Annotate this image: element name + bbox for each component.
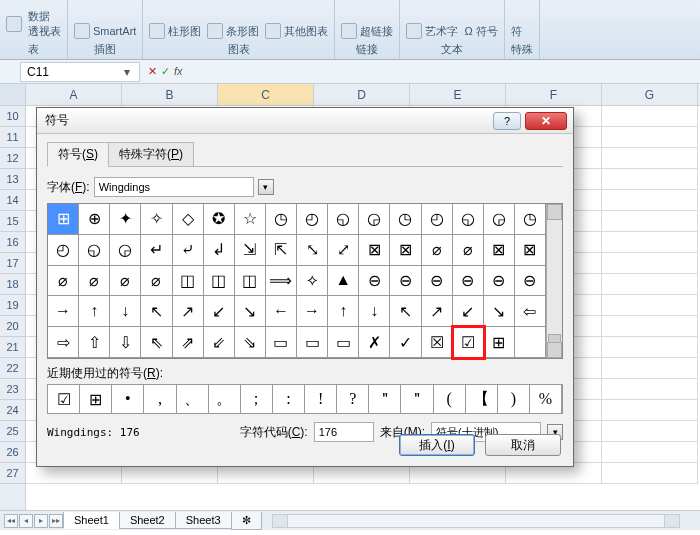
char-cell[interactable]: ↗ xyxy=(173,296,204,327)
char-cell[interactable]: ◵ xyxy=(453,204,484,235)
char-cell[interactable]: ⇘ xyxy=(235,327,266,358)
char-cell[interactable]: ⌀ xyxy=(141,266,172,297)
col-header[interactable]: D xyxy=(314,84,410,105)
cell[interactable] xyxy=(602,421,698,442)
row-header[interactable]: 24 xyxy=(0,400,25,421)
char-cell[interactable]: ⇨ xyxy=(48,327,79,358)
char-cell[interactable] xyxy=(515,327,546,358)
char-cell[interactable]: ◶ xyxy=(359,204,390,235)
char-cell[interactable]: ⤶ xyxy=(173,235,204,266)
char-cell[interactable]: ⊖ xyxy=(390,266,421,297)
char-cell[interactable]: ⇩ xyxy=(110,327,141,358)
row-header[interactable]: 17 xyxy=(0,253,25,274)
tab-special-chars[interactable]: 特殊字符(P) xyxy=(108,142,194,167)
chevron-down-icon[interactable]: ▾ xyxy=(121,65,133,79)
char-cell[interactable]: ⊖ xyxy=(515,266,546,297)
char-cell[interactable]: ⊞ xyxy=(48,204,79,235)
row-header[interactable]: 25 xyxy=(0,421,25,442)
bar-chart-button[interactable]: 条形图 xyxy=(207,23,259,39)
char-cell[interactable]: ◷ xyxy=(515,204,546,235)
scroll-thumb[interactable] xyxy=(548,334,561,344)
cell[interactable] xyxy=(602,253,698,274)
next-tab-button[interactable]: ▸ xyxy=(34,514,48,528)
sheet-tab-1[interactable]: Sheet1 xyxy=(63,512,120,529)
char-cell[interactable]: ↖ xyxy=(390,296,421,327)
char-cell[interactable]: ⊖ xyxy=(359,266,390,297)
recent-char[interactable]: 、 xyxy=(177,385,209,413)
cell[interactable] xyxy=(602,442,698,463)
row-header[interactable]: 14 xyxy=(0,190,25,211)
char-cell[interactable]: ✪ xyxy=(204,204,235,235)
char-cell[interactable]: ⊠ xyxy=(359,235,390,266)
row-header[interactable]: 15 xyxy=(0,211,25,232)
row-header[interactable]: 19 xyxy=(0,295,25,316)
cell[interactable] xyxy=(602,337,698,358)
char-cell[interactable]: ↑ xyxy=(79,296,110,327)
char-cell[interactable]: ◴ xyxy=(297,204,328,235)
char-cell[interactable]: ✦ xyxy=(110,204,141,235)
char-cell[interactable]: ⊖ xyxy=(422,266,453,297)
row-header[interactable]: 16 xyxy=(0,232,25,253)
help-button[interactable]: ? xyxy=(493,112,521,130)
char-cell[interactable]: ↑ xyxy=(328,296,359,327)
char-cell[interactable]: ← xyxy=(266,296,297,327)
char-cell[interactable]: ◫ xyxy=(204,266,235,297)
recent-char[interactable]: ( xyxy=(434,385,466,413)
font-dropdown-button[interactable]: ▾ xyxy=(258,179,274,195)
recent-char[interactable]: : xyxy=(273,385,305,413)
char-cell[interactable]: ◴ xyxy=(422,204,453,235)
recent-char[interactable]: ) xyxy=(498,385,530,413)
char-cell[interactable]: ↲ xyxy=(204,235,235,266)
char-cell[interactable]: ◷ xyxy=(390,204,421,235)
char-cell[interactable]: ↓ xyxy=(110,296,141,327)
row-header[interactable]: 20 xyxy=(0,316,25,337)
insert-button[interactable]: 插入(I) xyxy=(399,434,475,456)
char-code-input[interactable] xyxy=(314,422,374,442)
row-header[interactable]: 26 xyxy=(0,442,25,463)
char-cell[interactable]: ⊕ xyxy=(79,204,110,235)
row-header[interactable]: 22 xyxy=(0,358,25,379)
cancel-icon[interactable]: ✕ xyxy=(148,65,157,78)
char-cell[interactable]: → xyxy=(48,296,79,327)
char-cell[interactable]: ◵ xyxy=(328,204,359,235)
char-cell[interactable]: → xyxy=(297,296,328,327)
char-cell[interactable]: ⇖ xyxy=(141,327,172,358)
cell[interactable] xyxy=(602,232,698,253)
char-cell[interactable]: ⇦ xyxy=(515,296,546,327)
cancel-button[interactable]: 取消 xyxy=(485,434,561,456)
char-cell[interactable]: ☑ xyxy=(453,327,484,358)
cell[interactable] xyxy=(602,316,698,337)
cell[interactable] xyxy=(602,358,698,379)
recent-char[interactable]: ＂ xyxy=(401,385,433,413)
col-header[interactable]: G xyxy=(602,84,698,105)
row-header[interactable]: 18 xyxy=(0,274,25,295)
char-cell[interactable]: ⊠ xyxy=(515,235,546,266)
cell[interactable] xyxy=(602,400,698,421)
char-cell[interactable]: ↖ xyxy=(141,296,172,327)
dialog-titlebar[interactable]: 符号 ? ✕ xyxy=(37,108,573,134)
symbol-button[interactable]: Ω 符号 xyxy=(464,24,497,39)
cell[interactable] xyxy=(602,106,698,127)
recent-char[interactable]: ； xyxy=(241,385,273,413)
new-sheet-button[interactable]: ✼ xyxy=(231,512,262,530)
smartart-button[interactable]: SmartArt xyxy=(74,23,136,39)
char-cell[interactable]: ⌀ xyxy=(110,266,141,297)
other-chart-button[interactable]: 其他图表 xyxy=(265,23,328,39)
char-cell[interactable]: ⤢ xyxy=(328,235,359,266)
row-header[interactable]: 11 xyxy=(0,127,25,148)
cell[interactable] xyxy=(602,190,698,211)
cell[interactable] xyxy=(602,463,698,484)
hyperlink-button[interactable]: 超链接 xyxy=(341,23,393,39)
recent-char[interactable]: , xyxy=(144,385,176,413)
cell[interactable] xyxy=(602,169,698,190)
recent-char[interactable]: ! xyxy=(305,385,337,413)
h-scrollbar[interactable] xyxy=(272,514,680,528)
char-cell[interactable]: ↓ xyxy=(359,296,390,327)
recent-char[interactable]: ＂ xyxy=(369,385,401,413)
first-tab-button[interactable]: ◂◂ xyxy=(4,514,18,528)
sheet-tab-2[interactable]: Sheet2 xyxy=(119,512,176,529)
char-cell[interactable]: ⊞ xyxy=(484,327,515,358)
char-cell[interactable]: ⇧ xyxy=(79,327,110,358)
char-cell[interactable]: ↵ xyxy=(141,235,172,266)
close-button[interactable]: ✕ xyxy=(525,112,567,130)
